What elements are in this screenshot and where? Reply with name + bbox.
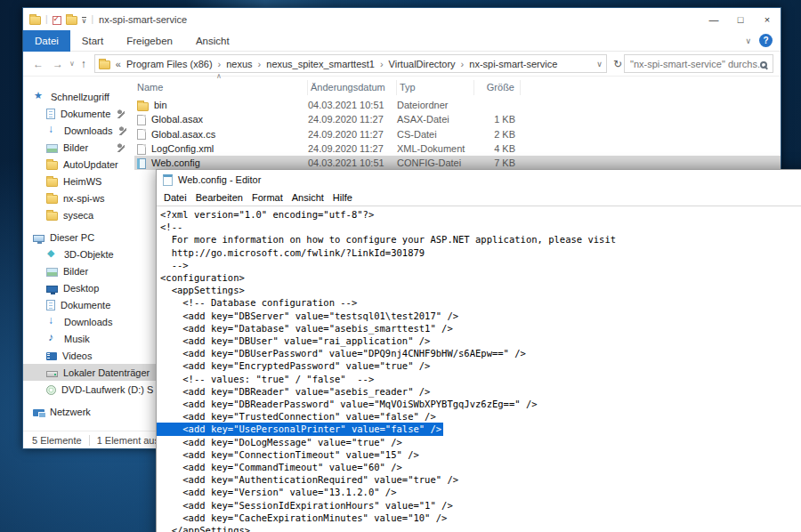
- folder-icon: [46, 178, 58, 187]
- file-name-cell: Global.asax: [134, 114, 308, 125]
- editor-title: Web.config - Editor: [178, 174, 261, 185]
- music-icon: [46, 333, 59, 345]
- breadcrumb-item[interactable]: Program Files (x86): [126, 59, 213, 69]
- tab-ansicht[interactable]: Ansicht: [184, 30, 241, 52]
- sidebar-item[interactable]: Dokumente: [23, 105, 132, 122]
- folder-icon: [46, 212, 58, 221]
- code-line[interactable]: <add key="DBReaderPassword" value="MqVOi…: [160, 398, 801, 410]
- column-header-3[interactable]: Größe: [474, 80, 521, 95]
- file-name: Global.asax: [151, 114, 203, 125]
- code-line[interactable]: <add key="CommandTimeout" value="60" />: [160, 461, 801, 473]
- code-line[interactable]: <?xml version="1.0" encoding="utf-8"?>: [160, 208, 801, 221]
- minimize-button[interactable]: —: [700, 8, 727, 30]
- code-line[interactable]: <!-- values: "true" / "false" -->: [160, 373, 801, 385]
- code-line[interactable]: <add key="DBUser" value="rai_application…: [160, 335, 801, 347]
- code-line[interactable]: <add key="Version" value="13.1.2.0" />: [160, 486, 801, 498]
- breadcrumb-item[interactable]: VirtualDirectory: [389, 59, 456, 69]
- code-line[interactable]: <add key="DoLogMessage" value="true" />: [160, 436, 801, 448]
- search-input[interactable]: "nx-spi-smart-service" durchs...: [624, 54, 773, 73]
- qat-new-folder-icon[interactable]: [66, 16, 77, 25]
- menu-format[interactable]: Format: [247, 192, 287, 203]
- breadcrumb-item[interactable]: nexus_spitex_smarttest1: [266, 59, 375, 69]
- breadcrumb-item[interactable]: nexus: [226, 59, 252, 69]
- file-icon: [137, 115, 146, 125]
- close-button[interactable]: ×: [754, 8, 781, 30]
- up-button[interactable]: ↑: [77, 58, 91, 70]
- code-line[interactable]: <add key="TrustedConnection" value="fals…: [160, 410, 801, 423]
- qat-properties-icon[interactable]: [53, 16, 61, 25]
- menu-ansicht[interactable]: Ansicht: [287, 192, 328, 203]
- code-line[interactable]: <add key="DBUserPassword" value="DPQ9nj4…: [160, 347, 801, 359]
- sidebar-item[interactable]: Downloads: [23, 122, 132, 139]
- code-line-selected[interactable]: <add key="UsePersonalPrinter" value="fal…: [157, 423, 443, 435]
- sidebar-item[interactable]: AutoUpdater: [23, 156, 132, 173]
- address-dropdown-chevron-icon[interactable]: ∨: [596, 60, 603, 69]
- sidebar-item[interactable]: nx-spi-ws: [23, 189, 132, 206]
- sidebar-item[interactable]: syseca: [23, 206, 132, 223]
- code-line[interactable]: <add key="SessionIdExpirationHours" valu…: [160, 499, 801, 512]
- menu-datei[interactable]: Datei: [159, 192, 191, 203]
- code-line[interactable]: <appSettings>: [160, 284, 801, 296]
- qat-customize-chevron-icon[interactable]: ∨: [82, 17, 87, 24]
- address-folder-icon: [99, 60, 110, 69]
- code-line[interactable]: <add key="DBServer" value="testsql01\tes…: [160, 310, 801, 322]
- code-line[interactable]: <add key="DBReader" value="asebis_reader…: [160, 385, 801, 398]
- column-header-1[interactable]: Änderungsdatum: [308, 80, 397, 95]
- sidebar-section-label: Netzwerk: [50, 407, 91, 417]
- sidebar-item[interactable]: 3D-Objekte: [23, 246, 132, 262]
- column-header-2[interactable]: Typ: [397, 80, 474, 95]
- code-line[interactable]: <!-- Database configuration -->: [160, 296, 801, 309]
- file-row[interactable]: Global.asax.cs24.09.2020 11:27CS-Datei2 …: [134, 127, 781, 141]
- menu-bearbeiten[interactable]: Bearbeiten: [191, 192, 247, 203]
- code-line[interactable]: http://go.microsoft.com/fwlink/?LinkId=3…: [160, 246, 801, 259]
- breadcrumb-prefix: «: [116, 59, 121, 69]
- tab-freigeben[interactable]: Freigeben: [115, 30, 184, 52]
- file-row[interactable]: bin04.03.2021 10:51Dateiordner: [134, 98, 781, 112]
- code-line[interactable]: <add key="Database" value="asebis_smartt…: [160, 322, 801, 335]
- code-line[interactable]: <!--: [160, 221, 801, 233]
- back-button[interactable]: ←: [28, 58, 48, 70]
- sidebar-item[interactable]: HeimWS: [23, 173, 132, 189]
- sidebar-item[interactable]: DVD-Laufwerk (D:) S: [23, 381, 132, 398]
- sidebar-item[interactable]: Bilder: [23, 139, 132, 156]
- sort-ascending-icon[interactable]: ∧: [216, 72, 222, 80]
- code-line[interactable]: <add key="CacheExpirationMinutes" value=…: [160, 512, 801, 524]
- sidebar-item[interactable]: Videos: [23, 347, 132, 364]
- sidebar-item[interactable]: Dokumente: [23, 296, 132, 313]
- ribbon-expand-chevron-icon[interactable]: ∨: [745, 36, 751, 45]
- editor-content[interactable]: <?xml version="1.0" encoding="utf-8"?><!…: [157, 206, 801, 532]
- address-bar[interactable]: «Program Files (x86)›nexus›nexus_spitex_…: [94, 54, 607, 73]
- file-date: 24.09.2020 11:27: [308, 114, 397, 125]
- tab-datei[interactable]: Datei: [23, 30, 70, 52]
- maximize-button[interactable]: □: [727, 8, 754, 30]
- sidebar-section-network[interactable]: Netzwerk: [23, 403, 132, 420]
- breadcrumb-separator-icon: ›: [380, 59, 384, 69]
- file-row[interactable]: LogConfig.xml24.09.2020 11:27XML-Dokumen…: [134, 141, 781, 156]
- sidebar-section-this-pc[interactable]: Dieser PC: [23, 229, 132, 246]
- refresh-button[interactable]: ↻: [611, 58, 624, 70]
- help-button[interactable]: ?: [759, 34, 773, 47]
- code-line[interactable]: </appSettings>: [160, 524, 801, 532]
- code-line[interactable]: <add key="ConnectionTimeout" value="15" …: [160, 448, 801, 461]
- menu-hilfe[interactable]: Hilfe: [328, 192, 357, 203]
- code-line[interactable]: -->: [160, 259, 801, 271]
- breadcrumb-separator-icon: ›: [461, 59, 465, 69]
- file-row[interactable]: Global.asax24.09.2020 11:27ASAX-Datei1 K…: [134, 112, 781, 126]
- recent-locations-chevron-icon[interactable]: ∨: [68, 60, 77, 68]
- sidebar-item[interactable]: Desktop: [23, 279, 132, 296]
- file-date: 24.09.2020 11:27: [308, 143, 397, 154]
- sidebar-item[interactable]: Bilder: [23, 262, 132, 279]
- code-line[interactable]: <add key="AuthenticationRequired" value=…: [160, 473, 801, 486]
- forward-button[interactable]: →: [48, 58, 68, 70]
- file-date: 04.03.2021 10:51: [308, 100, 397, 110]
- sidebar-item[interactable]: Downloads: [23, 313, 132, 330]
- drive-icon: [46, 371, 58, 377]
- column-header-0[interactable]: Name: [134, 80, 308, 95]
- code-line[interactable]: <add key="EncryptedPassword" value="true…: [160, 359, 801, 372]
- breadcrumb-item[interactable]: nx-spi-smart-service: [469, 59, 557, 69]
- code-line[interactable]: <configuration>: [160, 271, 801, 284]
- code-line[interactable]: For more information on how to configure…: [160, 233, 801, 246]
- sidebar-item[interactable]: Musik: [23, 330, 132, 347]
- tab-start[interactable]: Start: [70, 30, 115, 52]
- sidebar-section-quick-access[interactable]: Schnellzugriff: [23, 88, 132, 105]
